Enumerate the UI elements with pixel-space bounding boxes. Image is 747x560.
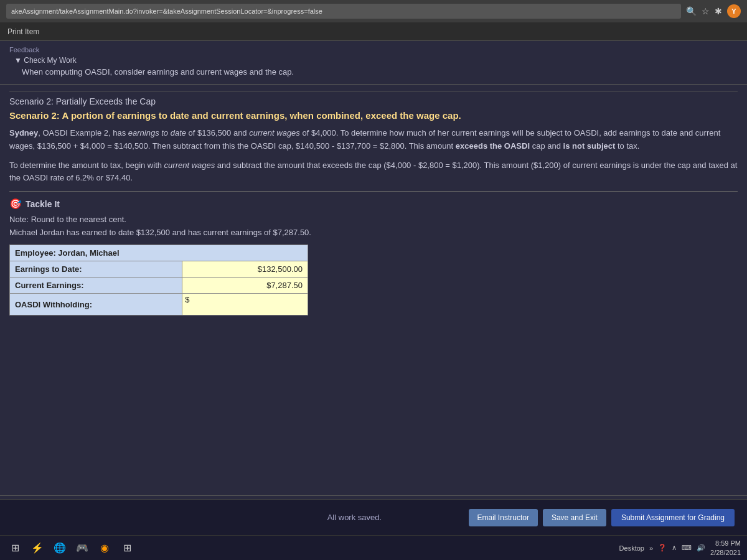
volume-icon[interactable]: 🔊 bbox=[697, 544, 705, 552]
check-my-work-hint: ▼ Check My Work bbox=[14, 56, 738, 65]
search-icon[interactable]: 🔍 bbox=[686, 6, 697, 16]
scenario-title: Scenario 2: Partially Exceeds the Cap bbox=[9, 91, 738, 106]
table-row: OASDI Withholding: $ bbox=[10, 294, 308, 315]
current-earnings-label: Current Earnings: bbox=[10, 278, 182, 294]
help-icon[interactable]: ❓ bbox=[658, 544, 667, 552]
hint-text: When computing OASDI, consider earnings … bbox=[22, 67, 738, 77]
oasdi-withholding-cell[interactable]: $ bbox=[182, 294, 308, 315]
current-earnings-value: $7,287.50 bbox=[182, 278, 308, 294]
browser-bar: akeAssignment/takeAssignmentMain.do?invo… bbox=[0, 0, 747, 22]
table-row: Current Earnings: $7,287.50 bbox=[10, 278, 308, 294]
problem-text: Michael Jordan has earned to date $132,5… bbox=[9, 228, 738, 237]
tackle-icon: 🎯 bbox=[9, 198, 22, 210]
print-bar: Print Item bbox=[0, 22, 747, 41]
earnings-to-date-value: $132,500.00 bbox=[182, 261, 308, 278]
email-instructor-button[interactable]: Email Instructor bbox=[469, 509, 538, 526]
earnings-to-date-label: Earnings to Date: bbox=[10, 261, 182, 278]
apps-icon[interactable]: ⊞ bbox=[118, 539, 136, 557]
desktop-label: Desktop bbox=[619, 544, 644, 552]
table-row: Earnings to Date: $132,500.00 bbox=[10, 261, 308, 278]
oasdi-withholding-input[interactable] bbox=[185, 304, 305, 314]
taskbar: ⊞ ⚡ 🌐 🎮 ◉ ⊞ Desktop » ❓ ∧ ⌨ 🔊 8:59 PM 2/… bbox=[0, 535, 747, 560]
tackle-it-heading: 🎯 Tackle It bbox=[9, 198, 738, 210]
print-item-label: Print Item bbox=[7, 27, 39, 36]
feedback-label: Feedback bbox=[9, 46, 738, 54]
search-taskbar-icon[interactable]: ⚡ bbox=[29, 539, 46, 557]
table-header-row: Employee: Jordan, Michael bbox=[10, 245, 308, 261]
dollar-sign: $ bbox=[185, 295, 189, 304]
taskbar-left: ⊞ ⚡ 🌐 🎮 ◉ ⊞ bbox=[6, 539, 136, 557]
chevron-icon: » bbox=[649, 544, 653, 552]
edge-icon[interactable]: 🌐 bbox=[51, 539, 68, 557]
data-table: Employee: Jordan, Michael Earnings to Da… bbox=[9, 245, 308, 315]
table-employee-header: Employee: Jordan, Michael bbox=[10, 245, 308, 261]
browser-icons: 🔍 ☆ ✱ Y bbox=[686, 4, 741, 18]
extension-icon[interactable]: ✱ bbox=[715, 6, 722, 16]
time-display: 8:59 PM 2/28/2021 bbox=[710, 539, 741, 557]
xbox-icon[interactable]: 🎮 bbox=[73, 539, 91, 557]
up-arrow-icon[interactable]: ∧ bbox=[672, 544, 677, 552]
oasdi-withholding-label: OASDI Withholding: bbox=[10, 294, 182, 315]
scenario-paragraph-1: Sydney, OASDI Example 2, has earnings to… bbox=[9, 127, 738, 153]
all-work-saved: All work saved. bbox=[240, 513, 468, 522]
save-and-exit-button[interactable]: Save and Exit bbox=[543, 509, 606, 526]
action-buttons: Email Instructor Save and Exit Submit As… bbox=[469, 509, 735, 526]
feedback-section: Feedback ▼ Check My Work When computing … bbox=[0, 41, 747, 85]
start-icon[interactable]: ⊞ bbox=[6, 539, 24, 557]
browser-url: akeAssignment/takeAssignmentMain.do?invo… bbox=[6, 4, 681, 19]
keyboard-icon[interactable]: ⌨ bbox=[682, 544, 692, 552]
submit-assignment-button[interactable]: Submit Assignment for Grading bbox=[611, 509, 735, 526]
star-icon[interactable]: ☆ bbox=[702, 6, 710, 16]
chrome-icon[interactable]: ◉ bbox=[96, 539, 113, 557]
scenario-headline: Scenario 2: A portion of earnings to dat… bbox=[9, 110, 738, 121]
action-bar: All work saved. Email Instructor Save an… bbox=[0, 499, 747, 535]
note-text: Note: Round to the nearest cent. bbox=[9, 215, 738, 224]
scenario-paragraph-2: To determine the amount to tax, begin wi… bbox=[9, 159, 738, 185]
scenario-section: Scenario 2: Partially Exceeds the Cap Sc… bbox=[0, 85, 747, 334]
divider bbox=[9, 191, 738, 192]
taskbar-right: Desktop » ❓ ∧ ⌨ 🔊 8:59 PM 2/28/2021 bbox=[619, 539, 741, 557]
main-content: Feedback ▼ Check My Work When computing … bbox=[0, 41, 747, 510]
avatar[interactable]: Y bbox=[727, 4, 741, 18]
